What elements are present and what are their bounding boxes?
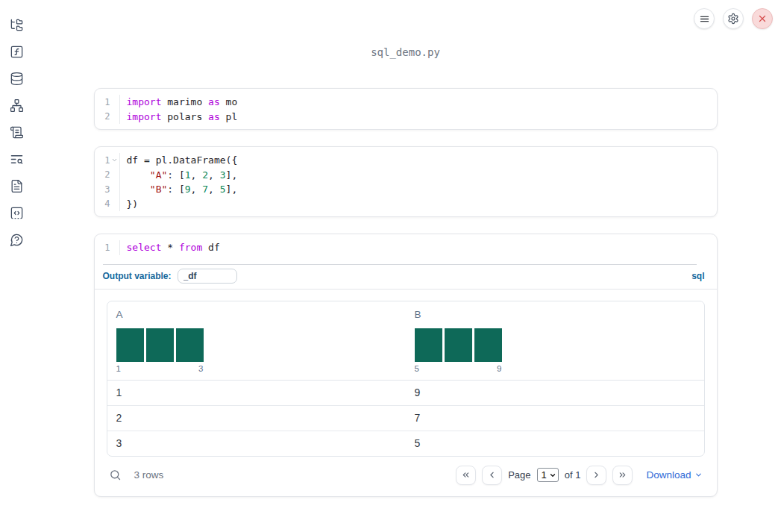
last-page-button[interactable] — [612, 466, 633, 485]
code-editor[interactable]: 1 select * from df — [95, 234, 717, 260]
histogram-max-label: 9 — [497, 364, 501, 373]
code-box-icon[interactable] — [9, 205, 24, 220]
chevron-left-icon — [487, 470, 497, 480]
file-tree-icon[interactable] — [9, 17, 24, 32]
table-header: A 1 3 B 5 — [107, 301, 704, 381]
table-cell: 1 — [107, 381, 406, 405]
code-editor[interactable]: 12 import marimo as moimport polars as p… — [95, 89, 717, 129]
histogram-bar — [474, 328, 502, 362]
code-cell-dataframe[interactable]: 1234 df = pl.DataFrame({ "A": [1, 2, 3],… — [94, 146, 718, 217]
network-icon[interactable] — [9, 98, 24, 113]
page-label: Page — [508, 469, 530, 481]
histogram-bar — [415, 328, 442, 362]
fold-slot-empty — [110, 243, 119, 252]
page-of-label: of 1 — [565, 469, 581, 481]
language-badge[interactable]: sql — [691, 271, 704, 281]
function-square-icon[interactable] — [9, 44, 24, 59]
previous-page-button[interactable] — [482, 466, 502, 485]
chevron-right-icon — [592, 470, 601, 480]
fold-slot-empty — [110, 170, 119, 179]
list-search-icon[interactable] — [9, 151, 24, 166]
histogram-bar — [445, 328, 472, 362]
code-line[interactable]: select * from df — [120, 240, 717, 255]
marimo-app: sql_demo.py 12 import marimo as moimport… — [0, 0, 778, 532]
histogram-min-label: 5 — [415, 364, 419, 373]
histogram-max-label: 3 — [198, 364, 203, 373]
document-icon[interactable] — [9, 178, 24, 193]
database-icon[interactable] — [9, 71, 24, 86]
cell-column: 12 import marimo as moimport polars as p… — [94, 88, 718, 497]
histogram-bar — [116, 328, 144, 362]
histogram-range-labels: 1 3 — [116, 364, 204, 373]
chevrons-left-icon — [461, 470, 471, 480]
scroll-icon[interactable] — [9, 125, 24, 140]
gutter: 1234 — [95, 153, 120, 211]
line-number: 1 — [95, 240, 119, 255]
code-lines[interactable]: import marimo as moimport polars as pl — [120, 95, 717, 124]
line-number: 1 — [95, 95, 119, 110]
line-number: 4 — [95, 197, 119, 212]
code-cell-imports[interactable]: 12 import marimo as moimport polars as p… — [94, 88, 718, 130]
column-header-b[interactable]: B 5 9 — [406, 301, 704, 380]
code-lines[interactable]: select * from df — [120, 240, 717, 255]
output-variable-row: Output variable: sql — [95, 265, 717, 289]
table-body: 192735 — [107, 381, 704, 456]
column-name: A — [116, 309, 397, 320]
histogram-min-label: 1 — [116, 364, 121, 373]
search-button[interactable] — [109, 469, 122, 481]
notebook-main: sql_demo.py 12 import marimo as moimport… — [33, 0, 778, 513]
fold-slot-empty — [110, 199, 119, 208]
table-cell: 5 — [406, 431, 704, 456]
chevrons-right-icon — [618, 470, 627, 480]
line-number: 3 — [95, 182, 119, 197]
code-line[interactable]: df = pl.DataFrame({ — [120, 153, 717, 168]
code-editor[interactable]: 1234 df = pl.DataFrame({ "A": [1, 2, 3],… — [95, 147, 717, 216]
histogram-bar — [146, 328, 174, 362]
code-line[interactable]: import marimo as mo — [120, 95, 717, 110]
output-variable-input[interactable] — [178, 269, 237, 284]
download-label: Download — [646, 469, 691, 481]
table-footer: 3 rows Page 1 — [107, 466, 705, 485]
next-page-button[interactable] — [586, 466, 606, 485]
help-bubble-icon[interactable] — [9, 232, 24, 247]
table-row[interactable]: 27 — [107, 406, 704, 431]
table-row[interactable]: 35 — [107, 431, 704, 456]
column-name: B — [415, 309, 695, 320]
gutter: 12 — [95, 95, 120, 124]
line-number: 2 — [95, 168, 119, 183]
table-cell: 2 — [107, 406, 406, 431]
histogram-bar — [176, 328, 204, 362]
histogram-range-labels: 5 9 — [415, 364, 502, 373]
table-cell: 7 — [406, 406, 704, 431]
fold-slot-empty — [110, 112, 119, 121]
table-row[interactable]: 19 — [107, 381, 704, 406]
code-line[interactable]: "B": [9, 7, 5], — [120, 182, 717, 197]
column-histogram — [415, 328, 695, 362]
code-line[interactable]: import polars as pl — [120, 110, 717, 125]
line-number: 1 — [95, 153, 119, 168]
dataframe-table: A 1 3 B 5 — [107, 301, 705, 457]
column-header-a[interactable]: A 1 3 — [107, 301, 406, 380]
download-button[interactable]: Download — [646, 469, 702, 481]
code-line[interactable]: }) — [120, 197, 717, 212]
sql-cell[interactable]: 1 select * from df Output variable: sql … — [94, 234, 718, 497]
search-icon — [109, 469, 122, 481]
gutter: 1 — [95, 240, 120, 255]
row-count-label: 3 rows — [134, 469, 164, 481]
output-variable-label: Output variable: — [103, 271, 172, 281]
column-histogram — [116, 328, 397, 362]
code-lines[interactable]: df = pl.DataFrame({ "A": [1, 2, 3], "B":… — [120, 153, 717, 211]
fold-slot-empty — [110, 98, 119, 107]
pagination: Page 1 of 1 — [456, 466, 702, 485]
fold-chevron-icon[interactable] — [110, 156, 119, 165]
sql-output-area: A 1 3 B 5 — [95, 290, 717, 496]
fold-slot-empty — [110, 185, 119, 194]
first-page-button[interactable] — [456, 466, 476, 485]
page-select[interactable]: 1 — [537, 468, 559, 482]
chevron-down-icon — [694, 471, 703, 479]
line-number: 2 — [95, 110, 119, 125]
table-cell: 9 — [406, 381, 704, 405]
code-line[interactable]: "A": [1, 2, 3], — [120, 168, 717, 183]
table-cell: 3 — [107, 431, 406, 456]
filename-title: sql_demo.py — [33, 46, 778, 58]
